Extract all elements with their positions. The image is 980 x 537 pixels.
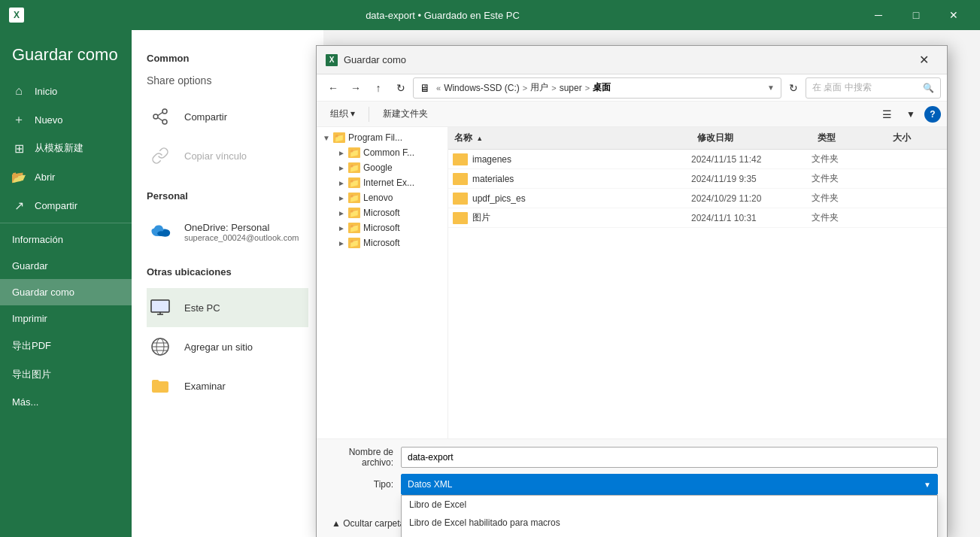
up-button[interactable]: ↑ <box>368 77 389 99</box>
folder-icon: 📁 <box>348 177 360 188</box>
folder-icon-materiales <box>453 173 468 185</box>
svg-point-2 <box>162 120 167 124</box>
dialog-close-button[interactable]: ✕ <box>906 46 941 74</box>
tree-item-programfiles[interactable]: ▼ 📁 Program Fil... <box>317 130 448 145</box>
onedrive-icon <box>147 218 174 245</box>
folder-icon-updf <box>453 193 468 205</box>
col-header-date[interactable]: 修改日期 <box>691 127 812 149</box>
dialog-nav-toolbar: ← → ↑ ↻ 🖥 « Windows-SSD (C:) > 用户 > supe… <box>317 74 947 102</box>
svg-rect-5 <box>151 300 169 312</box>
dropdown-item-2[interactable]: Libro binario de Excel <box>402 532 937 537</box>
other-header: Otras ubicaciones <box>147 266 308 278</box>
tree-item-ms2[interactable]: ► 📁 Microsoft <box>317 220 448 235</box>
folder-icon <box>147 372 174 399</box>
back-button[interactable]: ← <box>323 77 344 99</box>
share-icon: ↗ <box>12 199 26 212</box>
files-header: 名称 ▲ 修改日期 类型 大小 <box>448 127 947 150</box>
folder-icon: 📁 <box>333 132 345 143</box>
divider-1 <box>0 223 132 223</box>
folder-icon-tupian <box>453 212 468 224</box>
view-toggle-button[interactable]: ▼ <box>900 104 921 125</box>
agregar-sitio-item[interactable]: Agregar un sitio <box>147 327 308 366</box>
excel-icon: X <box>9 8 24 23</box>
toolbar-separator <box>369 107 369 122</box>
organize-button[interactable]: 组织 ▾ <box>323 105 363 124</box>
search-box[interactable]: 在 桌面 中搜索 🔍 <box>806 77 941 99</box>
tree-item-ms1[interactable]: ► 📁 Microsoft <box>317 205 448 220</box>
folder-icon: 📁 <box>348 208 360 218</box>
folder-icon: 📁 <box>348 162 360 173</box>
sidebar-item-compartir[interactable]: ↗ Compartir <box>0 191 132 220</box>
sort-indicator: ▲ <box>476 135 483 142</box>
filename-input[interactable] <box>401 447 938 468</box>
col-header-type[interactable]: 类型 <box>812 127 887 149</box>
tree-item-internetex[interactable]: ► 📁 Internet Ex... <box>317 175 448 190</box>
col-header-name[interactable]: 名称 ▲ <box>448 127 691 149</box>
sidebar-item-imprimir[interactable]: Imprimir <box>0 305 132 332</box>
backstage-sidebar: Guardar como ⌂ Inicio ＋ Nuevo ⊞ 从模板新建 📂 … <box>0 30 132 537</box>
dialog-toolbar2: 组织 ▾ 新建文件夹 ☰ ▼ ? <box>317 102 947 127</box>
file-row-updf[interactable]: updf_pics_es 2024/10/29 11:20 文件夹 <box>448 189 947 208</box>
close-button[interactable]: ✕ <box>936 0 971 30</box>
dropdown-item-1[interactable]: Libro de Excel habilitado para macros <box>402 514 937 532</box>
dialog-excel-icon: X <box>326 54 338 66</box>
dialog-files-panel: 名称 ▲ 修改日期 类型 大小 imagenes 2024/11/15 11:4… <box>448 127 947 438</box>
dialog-titlebar: X Guardar como ✕ <box>317 46 947 74</box>
globe-icon <box>147 333 174 360</box>
dialog-body: ▼ 📁 Program Fil... ► 📁 Common F... ► 📁 G… <box>317 127 947 438</box>
personal-section: Personal OneDrive: Personal superace_000… <box>147 190 308 251</box>
folder-icon: 📁 <box>348 147 360 158</box>
sidebar-item-guardar-como[interactable]: Guardar como <box>0 279 132 305</box>
sidebar-item-mas[interactable]: Más... <box>0 389 132 415</box>
sidebar-item-export-pdf[interactable]: 导出PDF <box>0 332 132 360</box>
sidebar-item-informacion[interactable]: Información <box>0 226 132 253</box>
filename-label: Nombre de archivo: <box>326 447 401 468</box>
forward-button[interactable]: → <box>345 77 366 99</box>
sidebar-item-guardar[interactable]: Guardar <box>0 253 132 279</box>
sidebar-item-nuevo[interactable]: ＋ Nuevo <box>0 105 132 134</box>
folder-icon: 📁 <box>348 238 360 248</box>
onedrive-item[interactable]: OneDrive: Personal superace_00024@outloo… <box>147 212 308 251</box>
dropdown-item-0[interactable]: Libro de Excel <box>402 496 937 514</box>
examinar-item[interactable]: Examinar <box>147 366 308 405</box>
new-folder-button[interactable]: 新建文件夹 <box>375 105 435 124</box>
excel-window-buttons: ─ □ ✕ <box>861 0 971 30</box>
file-row-materiales[interactable]: materiales 2024/11/19 9:35 文件夹 <box>448 169 947 189</box>
view-options-button[interactable]: ☰ <box>876 104 897 125</box>
common-header: Common <box>147 53 308 64</box>
svg-point-0 <box>162 109 167 114</box>
filetype-select[interactable]: Datos XML ▼ <box>401 474 938 495</box>
tree-item-lenovo[interactable]: ► 📁 Lenovo <box>317 190 448 205</box>
tree-item-google[interactable]: ► 📁 Google <box>317 160 448 175</box>
sidebar-item-export-img[interactable]: 导出图片 <box>0 360 132 389</box>
file-row-imagenes[interactable]: imagenes 2024/11/15 11:42 文件夹 <box>448 150 947 169</box>
refresh-button[interactable]: ↻ <box>390 77 411 99</box>
backstage-title: Guardar como <box>0 30 132 77</box>
excel-titlebar: X data-export • Guardado en Este PC ─ □ … <box>0 0 980 30</box>
address-refresh-button[interactable]: ↻ <box>783 77 804 99</box>
col-header-size[interactable]: 大小 <box>887 127 947 149</box>
tree-item-ms3[interactable]: ► 📁 Microsoft <box>317 235 448 250</box>
svg-line-3 <box>158 113 162 116</box>
help-button[interactable]: ? <box>924 106 941 123</box>
backstage-content: Common Share options Compartir <box>132 30 323 537</box>
sidebar-item-abrir[interactable]: 📂 Abrir <box>0 162 132 191</box>
sidebar-item-inicio[interactable]: ⌂ Inicio <box>0 77 132 105</box>
copy-link-icon <box>147 142 174 169</box>
tree-item-commonf[interactable]: ► 📁 Common F... <box>317 145 448 160</box>
svg-point-1 <box>153 114 158 119</box>
este-pc-item[interactable]: Este PC <box>147 288 308 327</box>
sidebar-item-new-template[interactable]: ⊞ 从模板新建 <box>0 134 132 162</box>
excel-title: data-export • Guardado en Este PC <box>30 10 855 21</box>
template-icon: ⊞ <box>12 141 26 155</box>
home-icon: ⌂ <box>12 84 26 98</box>
minimize-button[interactable]: ─ <box>861 0 896 30</box>
file-row-tupian[interactable]: 图片 2024/11/1 10:31 文件夹 <box>448 208 947 228</box>
dialog-tree-panel: ▼ 📁 Program Fil... ► 📁 Common F... ► 📁 G… <box>317 127 448 438</box>
maximize-button[interactable]: □ <box>899 0 933 30</box>
copy-link-item: Copiar vínculo <box>147 136 308 175</box>
share-compartir-item[interactable]: Compartir <box>147 97 308 136</box>
svg-line-4 <box>158 118 162 121</box>
address-bar[interactable]: 🖥 « Windows-SSD (C:) > 用户 > super > 桌面 ▼ <box>413 77 781 99</box>
filetype-label: Tipo: <box>326 479 401 490</box>
